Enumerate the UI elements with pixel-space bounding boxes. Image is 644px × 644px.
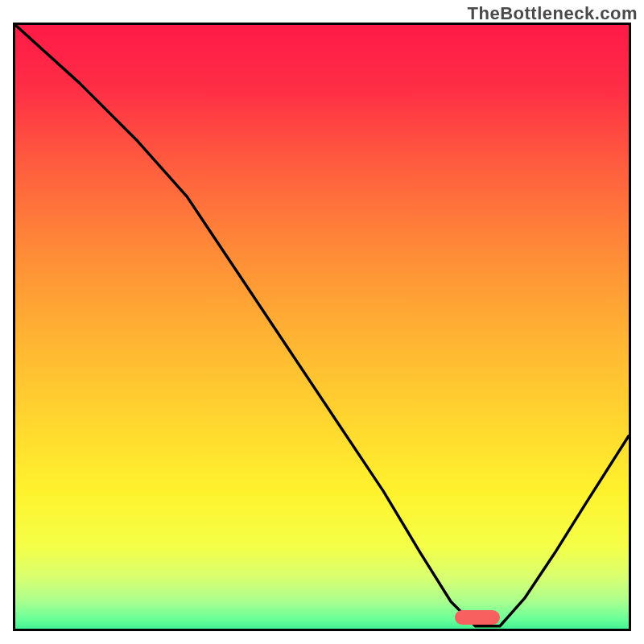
plot-area — [13, 23, 631, 631]
optimum-marker — [455, 610, 500, 625]
heat-gradient — [15, 25, 629, 631]
svg-rect-0 — [15, 25, 629, 631]
watermark-text: TheBottleneck.com — [468, 3, 638, 24]
chart-frame: TheBottleneck.com — [0, 0, 644, 644]
